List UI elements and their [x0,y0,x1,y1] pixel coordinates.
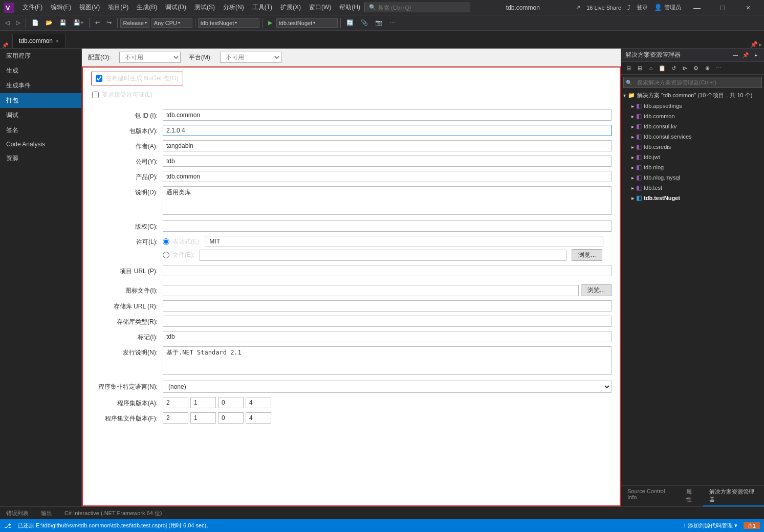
global-search-input[interactable] [378,5,445,11]
menu-extensions[interactable]: 扩展(X) [276,1,305,14]
menu-window[interactable]: 窗口(W) [305,1,335,14]
undo-button[interactable]: ↩ [92,18,103,27]
project-nlog-mysql[interactable]: ▸ ◧ tdb.nlog.mysql [621,172,764,183]
filter-icon[interactable]: ⊳ [680,63,690,73]
description-textarea[interactable]: 通用类库 [163,186,612,215]
neutral-language-select[interactable]: (none) [163,381,612,393]
repo-url-input[interactable] [163,300,612,312]
maximize-button[interactable]: □ [711,0,734,15]
close-button[interactable]: × [736,0,760,15]
run-button[interactable]: ▶ [265,18,275,27]
package-version-input[interactable] [163,125,612,136]
solution-root-item[interactable]: ▾ 📁 解决方案 "tdb.common" (10 个项目，共 10 个) [621,90,764,101]
package-id-input[interactable] [163,109,612,121]
sidebar-item-application[interactable]: 应用程序 [0,49,81,63]
expression-input[interactable] [206,236,603,247]
collapse-all-icon[interactable]: ⊟ [623,63,634,73]
menu-view[interactable]: 视图(V) [75,1,104,14]
new-file-button[interactable]: 📄 [29,18,42,27]
settings-icon[interactable]: ⚙ [691,63,701,73]
menu-project[interactable]: 项目(P) [104,1,133,14]
properties-tab[interactable]: 属性 [680,486,703,506]
project-url-input[interactable] [163,265,612,276]
home-icon[interactable]: ⌂ [646,63,656,73]
project-dropdown[interactable]: tdb.testNuget ▾ [198,18,259,28]
company-input[interactable] [163,156,612,167]
sidebar-item-resources[interactable]: 资源 [0,151,81,166]
file-browse-button[interactable]: 浏览... [572,249,602,261]
add-source-icon[interactable]: ⊕ [702,63,712,73]
file-input[interactable] [200,250,566,261]
generate-nuget-checkbox[interactable] [96,75,102,82]
project-common[interactable]: ▸ ◧ tdb.common [621,111,764,121]
assembly-version-build[interactable] [246,397,271,408]
config-select[interactable]: 不可用 [119,52,181,63]
icon-file-input[interactable] [163,285,579,296]
source-control-info-tab[interactable]: Source Control Info [621,486,680,506]
output-tab[interactable]: 输出 [35,507,58,519]
panel-minimize-icon[interactable]: — [731,51,739,59]
solution-search-input[interactable] [634,78,759,86]
minimize-button[interactable]: — [685,0,709,15]
project-consul-kv[interactable]: ▸ ◧ tdb.consul.kv [621,121,764,131]
project-jwt[interactable]: ▸ ◧ tdb.jwt [621,152,764,162]
panel-pin-toggle-icon[interactable]: 📌 [741,51,750,59]
project-appsettings[interactable]: ▸ ◧ tdb.appsettings [621,101,764,111]
open-file-button[interactable]: 📂 [42,18,56,27]
tags-input[interactable] [163,331,612,342]
panel-pin-icon[interactable]: 📌 [750,41,758,48]
run-target-dropdown[interactable]: tdb.testNuget ▾ [276,18,338,28]
screenshot-button[interactable]: 📷 [372,18,385,27]
file-version-minor[interactable] [190,412,216,424]
menu-help[interactable]: 帮助(H) [335,1,364,14]
project-test-nuget[interactable]: ▸ ◧ tdb.testNuget [621,193,764,203]
generate-nuget-checkbox-label[interactable]: 在构建时生成 NuGet 包(G) [91,72,183,85]
configuration-dropdown[interactable]: Release ▾ [120,18,149,28]
product-input[interactable] [163,171,612,182]
project-csredis[interactable]: ▸ ◧ tdb.csredis [621,142,764,152]
tab-tdb-common[interactable]: tdb.common × [12,34,66,48]
repo-type-input[interactable] [163,316,612,327]
assembly-version-patch[interactable] [218,397,244,408]
live-share-button[interactable]: 16 Live Share [582,4,625,12]
file-radio[interactable] [163,252,169,258]
refresh-button[interactable]: 🔄 [343,18,357,27]
save-all-button[interactable]: 💾+ [70,18,86,27]
sidebar-item-package[interactable]: 打包 [0,93,81,108]
project-test[interactable]: ▸ ◧ tdb.test [621,183,764,193]
sidebar-item-debug[interactable]: 调试 [0,108,81,123]
file-version-patch[interactable] [218,412,244,424]
sidebar-item-build[interactable]: 生成 [0,63,81,78]
file-version-major[interactable] [163,412,188,424]
release-notes-textarea[interactable]: 基于.NET Standard 2.1 [163,346,612,375]
assembly-version-major[interactable] [163,397,188,408]
add-source-control-button[interactable]: ↑ 添加到源代码管理 ▾ [683,522,737,529]
tab-close-button[interactable]: × [56,38,59,44]
require-license-checkbox[interactable] [92,92,99,98]
attach-button[interactable]: 📎 [358,18,371,27]
sidebar-item-code-analysis[interactable]: Code Analysis [0,138,81,151]
solution-explorer-tab[interactable]: 解决方案资源管理器 [703,486,764,506]
sidebar-item-build-events[interactable]: 生成事件 [0,78,81,93]
menu-test[interactable]: 测试(S) [190,1,219,14]
panel-arrow-right-icon[interactable]: ▸ [752,51,760,59]
icon-browse-button[interactable]: 浏览... [581,284,612,296]
redo-button[interactable]: ↪ [104,18,115,27]
nav-forward-button[interactable]: ▷ [13,18,23,27]
menu-file[interactable]: 文件(F) [18,1,47,14]
menu-analyze[interactable]: 分析(N) [219,1,248,14]
project-consul-services[interactable]: ▸ ◧ tdb.consul.services [621,131,764,142]
menu-edit[interactable]: 编辑(E) [47,1,75,14]
sidebar-item-signing[interactable]: 签名 [0,123,81,138]
panel-arrow-icon[interactable]: ▸ [759,41,762,48]
menu-debug[interactable]: 调试(D) [161,1,190,14]
platform-select[interactable]: 不可用 [220,52,281,63]
csharp-interactive-tab[interactable]: C# Interactive (.NET Framework 64 位) [58,507,168,519]
refresh-icon[interactable]: ↺ [668,63,679,73]
nav-back-button[interactable]: ◁ [2,18,12,27]
properties-icon[interactable]: ⊞ [635,63,645,73]
warning-indicator[interactable]: ⚠ 1 [744,522,760,529]
save-button[interactable]: 💾 [56,18,70,27]
author-input[interactable] [163,140,612,151]
assembly-version-minor[interactable] [190,397,216,408]
